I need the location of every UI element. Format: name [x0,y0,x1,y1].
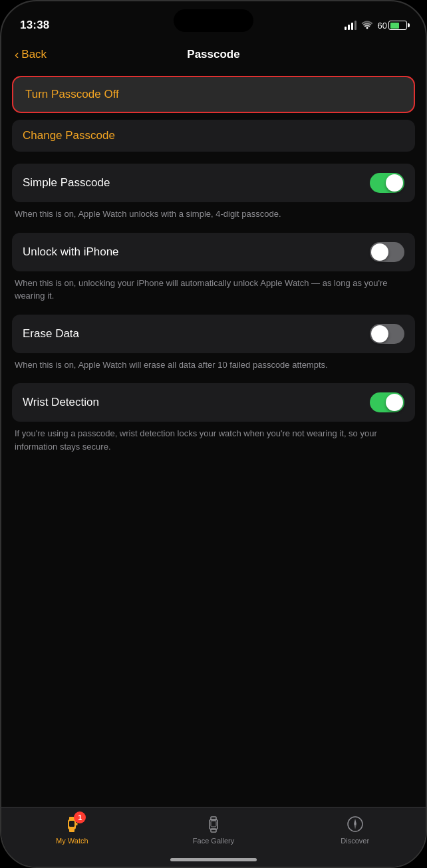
status-time: 13:38 [20,19,49,32]
toggle-knob [371,325,388,343]
unlock-iphone-description: When this is on, unlocking your iPhone w… [12,277,415,303]
toggle-knob [386,174,403,192]
wifi-icon [361,20,373,31]
erase-data-row: Erase Data [12,315,415,353]
my-watch-icon-wrap: 1 [62,814,82,834]
toggle-knob [386,394,403,411]
phone-frame: 13:38 60 [0,0,427,868]
change-passcode-row[interactable]: Change Passcode [12,120,415,152]
nav-bar: ‹ Back Passcode [1,40,426,67]
signal-icon [345,21,356,30]
tab-my-watch[interactable]: 1 My Watch [1,814,143,845]
battery-fill [390,23,400,29]
svg-rect-8 [211,829,216,832]
unlock-iphone-group: Unlock with iPhone [12,233,415,271]
simple-passcode-row: Simple Passcode [12,164,415,202]
simple-passcode-toggle[interactable] [370,173,404,193]
my-watch-label: My Watch [56,837,88,845]
wrist-detection-description: If you're using a passcode, wrist detect… [12,427,415,453]
battery-icon [388,21,407,30]
erase-data-toggle[interactable] [370,324,404,344]
svg-rect-7 [211,817,216,820]
tab-discover[interactable]: Discover [284,814,426,845]
wrist-detection-group: Wrist Detection [12,383,415,422]
wrist-detection-row: Wrist Detection [12,383,415,422]
face-gallery-icon [204,815,223,833]
wrist-detection-toggle[interactable] [370,392,404,412]
face-gallery-label: Face Gallery [193,837,234,845]
turn-passcode-off-row[interactable]: Turn Passcode Off [12,76,415,113]
back-button[interactable]: ‹ Back [15,48,47,62]
unlock-iphone-toggle[interactable] [370,242,404,262]
change-passcode-group: Change Passcode [12,120,415,152]
my-watch-badge: 1 [74,811,86,823]
status-icons: 60 [345,20,407,31]
back-chevron-icon: ‹ [15,47,19,62]
simple-passcode-group: Simple Passcode [12,164,415,202]
svg-rect-1 [69,821,74,827]
back-label: Back [21,48,47,61]
change-passcode-label: Change Passcode [23,129,115,142]
simple-passcode-description: When this is on, Apple Watch unlocks wit… [12,208,415,221]
discover-label: Discover [341,837,369,845]
discover-icon-wrap [345,814,365,834]
unlock-iphone-row: Unlock with iPhone [12,233,415,271]
unlock-iphone-label: Unlock with iPhone [23,245,119,259]
content-area: ‹ Back Passcode Turn Passcode Off Change… [1,40,426,807]
svg-point-12 [354,823,356,825]
battery-percent: 60 [378,21,387,31]
wrist-detection-label: Wrist Detection [23,396,99,409]
discover-icon [346,815,364,833]
page-title: Passcode [187,48,239,61]
erase-data-label: Erase Data [23,327,79,341]
tab-face-gallery[interactable]: Face Gallery [143,814,285,845]
dynamic-island [174,9,253,32]
battery-indicator: 60 [378,21,407,31]
toggle-knob [371,243,388,261]
home-indicator [170,858,257,861]
face-gallery-icon-wrap [204,814,223,834]
erase-data-group: Erase Data [12,315,415,353]
svg-rect-3 [69,829,74,832]
erase-data-description: When this is on, Apple Watch will erase … [12,359,415,372]
turn-passcode-off-label: Turn Passcode Off [25,88,119,100]
svg-rect-6 [211,821,216,827]
simple-passcode-label: Simple Passcode [23,176,110,190]
